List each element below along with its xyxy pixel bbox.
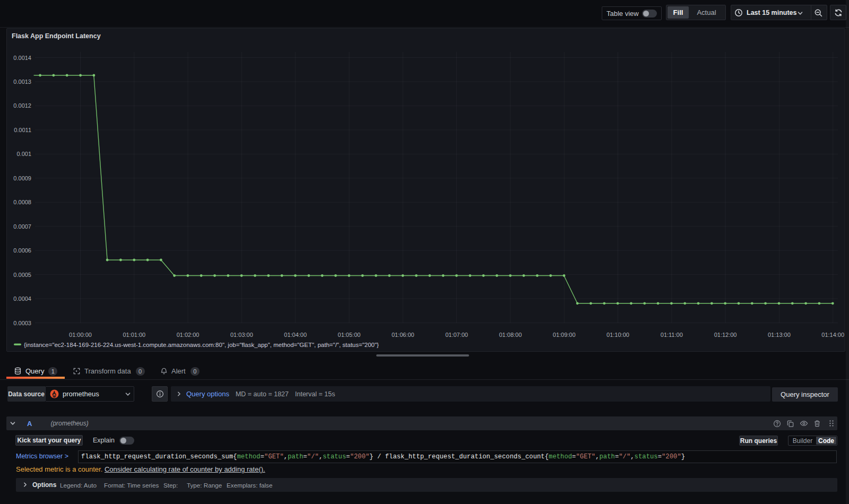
svg-text:01:00:00: 01:00:00 <box>69 332 92 338</box>
svg-text:01:03:00: 01:03:00 <box>230 332 253 338</box>
svg-text:01:08:00: 01:08:00 <box>499 332 522 338</box>
svg-text:0.0012: 0.0012 <box>13 102 31 109</box>
svg-text:01:06:00: 01:06:00 <box>392 332 414 338</box>
svg-text:0.0013: 0.0013 <box>13 79 31 85</box>
svg-text:0.0011: 0.0011 <box>14 127 31 133</box>
svg-text:0.0007: 0.0007 <box>13 223 31 230</box>
svg-text:01:10:00: 01:10:00 <box>607 332 629 338</box>
svg-text:01:07:00: 01:07:00 <box>445 332 468 338</box>
svg-text:0.0014: 0.0014 <box>13 55 31 61</box>
svg-text:01:13:00: 01:13:00 <box>768 332 791 338</box>
svg-text:01:14:00: 01:14:00 <box>821 332 844 338</box>
svg-text:01:11:00: 01:11:00 <box>661 332 683 338</box>
svg-text:0.001: 0.001 <box>16 151 31 157</box>
svg-text:0.0008: 0.0008 <box>13 199 31 205</box>
svg-text:0.0006: 0.0006 <box>13 247 31 254</box>
svg-text:01:05:00: 01:05:00 <box>338 332 361 338</box>
svg-text:01:01:00: 01:01:00 <box>123 332 145 338</box>
svg-text:01:04:00: 01:04:00 <box>284 332 307 338</box>
svg-text:{instance="ec2-184-169-216-224: {instance="ec2-184-169-216-224.us-west-1… <box>24 342 379 348</box>
svg-text:0.0009: 0.0009 <box>13 175 31 181</box>
svg-text:0.0004: 0.0004 <box>13 296 31 302</box>
svg-text:01:12:00: 01:12:00 <box>714 332 737 338</box>
svg-text:0.0005: 0.0005 <box>13 272 31 278</box>
svg-text:0.0003: 0.0003 <box>13 320 31 326</box>
svg-text:01:09:00: 01:09:00 <box>553 332 576 338</box>
svg-text:01:02:00: 01:02:00 <box>177 332 200 338</box>
